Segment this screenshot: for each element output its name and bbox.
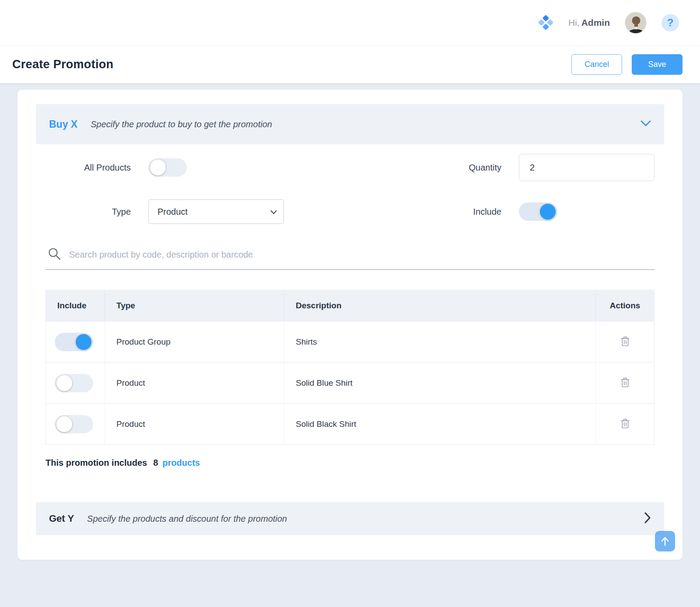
search-input[interactable] <box>69 250 653 260</box>
products-table: Include Type Description Actions Product… <box>46 290 654 445</box>
quantity-label: Quantity <box>469 163 501 173</box>
page-title: Create Promotion <box>12 58 113 71</box>
search-icon <box>47 247 61 262</box>
type-label: Type <box>112 207 131 217</box>
user-greeting: Hi,Admin <box>568 17 610 28</box>
avatar[interactable] <box>625 12 647 34</box>
column-header-description: Description <box>284 290 596 321</box>
includes-text: This promotion includes <box>46 458 147 467</box>
column-header-include: Include <box>46 290 105 321</box>
toggle-knob <box>540 204 556 220</box>
get-y-title: Get Y <box>49 513 74 524</box>
row-type: Product <box>105 363 284 403</box>
get-y-section-header[interactable]: Get Y Specify the products and discount … <box>36 502 664 535</box>
help-icon[interactable]: ? <box>662 14 679 31</box>
row-include-toggle[interactable] <box>55 374 93 392</box>
include-label: Include <box>473 207 502 217</box>
save-button[interactable]: Save <box>632 54 682 75</box>
row-type: Product <box>105 404 284 444</box>
page-header: Create Promotion Cancel Save <box>0 46 700 83</box>
apps-diamond-icon[interactable] <box>539 15 553 30</box>
row-include-toggle[interactable] <box>55 415 93 433</box>
cancel-button[interactable]: Cancel <box>571 54 622 75</box>
table-row: Product Group Shirts <box>46 321 654 362</box>
column-header-actions: Actions <box>596 290 654 321</box>
greeting-name: Admin <box>581 17 610 28</box>
toggle-knob <box>76 334 91 350</box>
product-search <box>46 245 654 270</box>
products-link[interactable]: products <box>162 458 200 467</box>
trash-icon <box>620 418 630 429</box>
type-select[interactable]: Product <box>148 199 284 224</box>
row-description: Shirts <box>284 321 596 362</box>
toggle-knob <box>56 375 72 391</box>
help-glyph: ? <box>667 17 674 29</box>
delete-row-button[interactable] <box>618 374 633 392</box>
row-type: Product Group <box>105 321 284 362</box>
table-header-row: Include Type Description Actions <box>46 290 654 321</box>
delete-row-button[interactable] <box>618 415 633 433</box>
toggle-knob <box>150 160 166 175</box>
row-description: Solid Blue Shirt <box>284 363 596 403</box>
delete-row-button[interactable] <box>618 333 633 351</box>
buy-x-section-body: All Products Quantity Type Product Inclu… <box>36 154 664 468</box>
all-products-toggle[interactable] <box>148 158 187 177</box>
trash-icon <box>620 377 630 388</box>
promotion-includes-line: This promotion includes8products <box>46 458 654 468</box>
column-header-type: Type <box>105 290 284 321</box>
trash-icon <box>620 336 630 347</box>
topbar: Hi,Admin ? <box>0 0 700 46</box>
chevron-right-icon[interactable] <box>644 512 651 525</box>
get-y-subtitle: Specify the products and discount for th… <box>87 514 287 524</box>
promotion-card: Buy X Specify the product to buy to get … <box>18 90 682 560</box>
buy-x-subtitle: Specify the product to buy to get the pr… <box>91 119 272 129</box>
scroll-top-button[interactable] <box>655 531 675 551</box>
all-products-label: All Products <box>84 163 131 173</box>
quantity-input[interactable] <box>519 154 654 181</box>
toggle-knob <box>56 416 72 432</box>
include-toggle[interactable] <box>519 202 557 221</box>
buy-x-title: Buy X <box>49 119 77 130</box>
row-description: Solid Black Shirt <box>284 404 596 444</box>
row-include-toggle[interactable] <box>55 333 93 351</box>
includes-count: 8 <box>153 458 158 467</box>
arrow-up-icon <box>661 537 669 546</box>
table-row: Product Solid Blue Shirt <box>46 362 654 403</box>
chevron-down-icon[interactable] <box>640 120 651 129</box>
buy-x-section-header[interactable]: Buy X Specify the product to buy to get … <box>36 104 664 144</box>
greeting-prefix: Hi, <box>568 17 580 28</box>
table-row: Product Solid Black Shirt <box>46 403 654 444</box>
